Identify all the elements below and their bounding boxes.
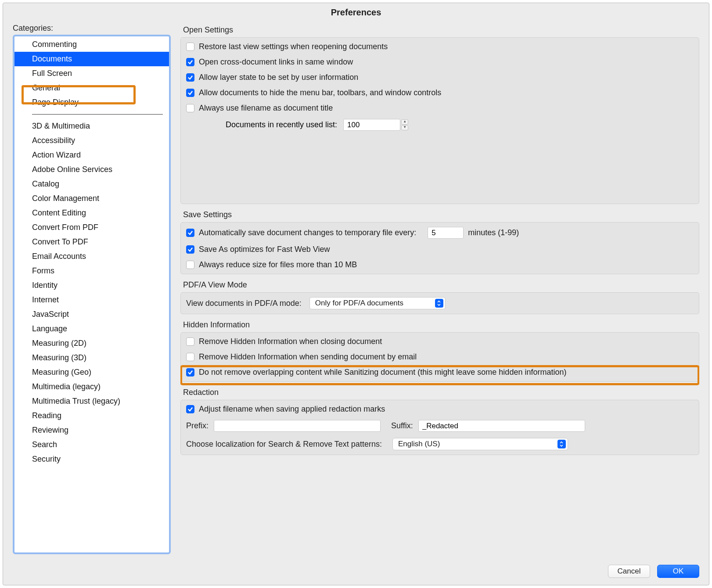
checkbox-no-overlap[interactable] bbox=[186, 368, 194, 376]
ok-button[interactable]: OK bbox=[657, 565, 699, 578]
checkbox-reduce[interactable] bbox=[186, 261, 194, 269]
recent-docs-input[interactable] bbox=[343, 119, 400, 131]
main-panel: Open Settings Restore last view settings… bbox=[180, 24, 699, 554]
group-hidden-info: Hidden Information Remove Hidden Informa… bbox=[180, 319, 699, 382]
checkbox-adjust-filename[interactable] bbox=[186, 405, 194, 413]
category-item[interactable]: JavaScript bbox=[14, 307, 169, 322]
label-recent-docs: Documents in recently used list: bbox=[226, 120, 337, 129]
row-cross-links[interactable]: Open cross-document links in same window bbox=[186, 57, 694, 67]
checkbox-remove-email[interactable] bbox=[186, 353, 194, 361]
checkbox-layer-state[interactable] bbox=[186, 73, 194, 82]
preferences-window: Preferences Categories: CommentingDocume… bbox=[3, 3, 709, 585]
label-restore: Restore last view settings when reopenin… bbox=[199, 42, 388, 51]
sidebar: Categories: CommentingDocumentsFull Scre… bbox=[13, 24, 171, 554]
category-item[interactable]: Full Screen bbox=[14, 66, 169, 81]
row-layer-state[interactable]: Allow layer state to be set by user info… bbox=[186, 73, 694, 82]
categories-list[interactable]: CommentingDocumentsFull ScreenGeneralPag… bbox=[13, 35, 171, 554]
label-cross-links: Open cross-document links in same window bbox=[199, 57, 353, 67]
categories-label: Categories: bbox=[13, 24, 171, 33]
label-fastweb: Save As optimizes for Fast Web View bbox=[199, 245, 330, 254]
category-item[interactable]: Documents bbox=[14, 52, 169, 66]
category-item[interactable]: Content Editing bbox=[14, 206, 169, 220]
row-remove-email[interactable]: Remove Hidden Information when sending d… bbox=[186, 352, 694, 362]
row-pdfa-mode: View documents in PDF/A mode: Only for P… bbox=[186, 297, 694, 309]
label-layer-state: Allow layer state to be set by user info… bbox=[199, 73, 358, 82]
group-title-hidden: Hidden Information bbox=[180, 319, 699, 332]
select-localization[interactable]: English (US) bbox=[392, 438, 568, 450]
category-item[interactable]: Convert From PDF bbox=[14, 220, 169, 235]
footer: Cancel OK bbox=[3, 559, 709, 585]
category-item[interactable]: Language bbox=[14, 322, 169, 336]
group-title-pdfa: PDF/A View Mode bbox=[180, 279, 699, 292]
chevrons-icon bbox=[435, 299, 443, 308]
category-item[interactable]: General bbox=[14, 81, 169, 95]
select-pdfa-value: Only for PDF/A documents bbox=[315, 299, 403, 308]
row-filename-title[interactable]: Always use filename as document title bbox=[186, 104, 694, 113]
row-recent-docs: Documents in recently used list: ▲ ▼ bbox=[226, 119, 694, 131]
checkbox-fastweb[interactable] bbox=[186, 245, 194, 254]
select-localization-value: English (US) bbox=[398, 440, 440, 448]
label-autosave: Automatically save document changes to t… bbox=[199, 228, 416, 237]
category-item[interactable]: Identity bbox=[14, 278, 169, 293]
category-item[interactable]: 3D & Multimedia bbox=[14, 119, 169, 133]
checkbox-remove-close[interactable] bbox=[186, 337, 194, 346]
autosave-minutes-input[interactable] bbox=[428, 227, 464, 239]
category-item[interactable]: Measuring (3D) bbox=[14, 351, 169, 365]
category-item[interactable]: Page Display bbox=[14, 95, 169, 110]
checkbox-filename-title[interactable] bbox=[186, 104, 194, 112]
checkbox-restore[interactable] bbox=[186, 43, 194, 51]
row-adjust-filename[interactable]: Adjust filename when saving applied reda… bbox=[186, 405, 694, 414]
label-remove-email: Remove Hidden Information when sending d… bbox=[199, 352, 417, 362]
category-item[interactable]: Measuring (2D) bbox=[14, 336, 169, 351]
checkbox-cross-links[interactable] bbox=[186, 58, 194, 66]
label-no-overlap: Do not remove overlapping content while … bbox=[199, 368, 566, 377]
category-item[interactable]: Reading bbox=[14, 409, 169, 423]
group-pdfa: PDF/A View Mode View documents in PDF/A … bbox=[180, 279, 699, 314]
category-item[interactable]: Convert To PDF bbox=[14, 235, 169, 249]
category-item[interactable]: Forms bbox=[14, 264, 169, 278]
cancel-button[interactable]: Cancel bbox=[608, 565, 650, 578]
category-item[interactable]: Multimedia Trust (legacy) bbox=[14, 394, 169, 409]
group-title-redaction: Redaction bbox=[180, 386, 699, 400]
row-hide-menu[interactable]: Allow documents to hide the menu bar, to… bbox=[186, 88, 694, 97]
group-open-settings: Open Settings Restore last view settings… bbox=[180, 24, 699, 204]
row-no-overlap[interactable]: Do not remove overlapping content while … bbox=[186, 368, 694, 377]
stepper-down-icon[interactable]: ▼ bbox=[401, 125, 408, 130]
label-autosave-unit: minutes (1-99) bbox=[468, 228, 519, 237]
group-title-save: Save Settings bbox=[180, 208, 699, 222]
category-divider bbox=[32, 114, 163, 115]
prefix-input[interactable] bbox=[214, 420, 381, 432]
category-item[interactable]: Catalog bbox=[14, 177, 169, 191]
label-remove-close: Remove Hidden Information when closing d… bbox=[199, 337, 382, 346]
category-item[interactable]: Commenting bbox=[14, 37, 169, 52]
category-item[interactable]: Email Accounts bbox=[14, 249, 169, 264]
category-item[interactable]: Measuring (Geo) bbox=[14, 365, 169, 380]
row-restore[interactable]: Restore last view settings when reopenin… bbox=[186, 42, 694, 51]
row-reduce[interactable]: Always reduce size for files more than 1… bbox=[186, 260, 694, 269]
category-item[interactable]: Adobe Online Services bbox=[14, 162, 169, 177]
select-pdfa-mode[interactable]: Only for PDF/A documents bbox=[309, 297, 446, 309]
stepper-up-icon[interactable]: ▲ bbox=[401, 119, 408, 125]
group-save-settings: Save Settings Automatically save documen… bbox=[180, 208, 699, 274]
group-redaction: Redaction Adjust filename when saving ap… bbox=[180, 386, 699, 455]
category-item[interactable]: Internet bbox=[14, 293, 169, 307]
row-prefix-suffix: Prefix: Suffix: bbox=[186, 420, 694, 432]
group-title-open: Open Settings bbox=[180, 24, 699, 37]
category-item[interactable]: Action Wizard bbox=[14, 148, 169, 162]
category-item[interactable]: Color Management bbox=[14, 191, 169, 206]
category-item[interactable]: Security bbox=[14, 452, 169, 466]
row-localization: Choose localization for Search & Remove … bbox=[186, 438, 694, 450]
row-autosave[interactable]: Automatically save document changes to t… bbox=[186, 227, 694, 239]
category-item[interactable]: Reviewing bbox=[14, 423, 169, 437]
suffix-input[interactable] bbox=[418, 420, 585, 432]
category-item[interactable]: Multimedia (legacy) bbox=[14, 380, 169, 394]
recent-docs-stepper[interactable]: ▲ ▼ bbox=[343, 119, 408, 131]
checkbox-hide-menu[interactable] bbox=[186, 89, 194, 97]
category-item[interactable]: Accessibility bbox=[14, 133, 169, 148]
checkbox-autosave[interactable] bbox=[186, 229, 194, 237]
category-item[interactable]: Search bbox=[14, 437, 169, 452]
label-reduce: Always reduce size for files more than 1… bbox=[199, 260, 357, 269]
row-remove-close[interactable]: Remove Hidden Information when closing d… bbox=[186, 337, 694, 346]
label-pdfa: View documents in PDF/A mode: bbox=[186, 299, 302, 308]
row-fastweb[interactable]: Save As optimizes for Fast Web View bbox=[186, 245, 694, 254]
